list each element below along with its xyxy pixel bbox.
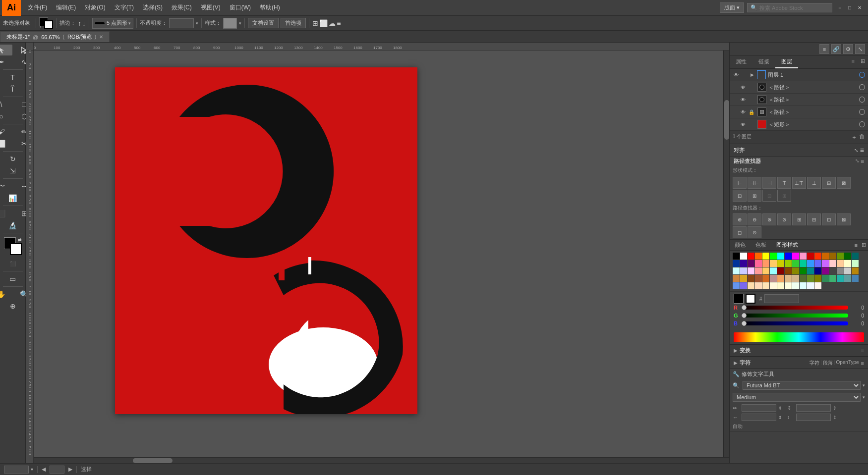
swatch-44[interactable] [807,267,814,274]
align-panel-header[interactable]: 对齐 ⤡ ≡ [730,144,868,157]
align-menu-icon[interactable]: ≡ [860,146,864,154]
search-input[interactable] [759,5,829,11]
font-dropdown-icon[interactable]: ▾ [863,383,865,388]
gradient-fill-icon[interactable]: ⬛ [2,258,24,269]
zoom-input[interactable]: 66.67% [4,466,29,474]
swatch-75[interactable] [785,282,792,289]
type-collapse-icon[interactable]: ▶ [734,360,738,366]
swatch-66[interactable] [844,275,851,282]
tab-graphic-styles[interactable]: 图形样式 [771,240,803,250]
swatch-43[interactable] [800,267,807,274]
swatch-62[interactable] [814,275,821,282]
swatch-30[interactable] [829,260,836,267]
swatch-13[interactable] [829,253,836,260]
paintbrush-tool[interactable]: 🖌 [0,126,12,137]
swatch-58[interactable] [785,275,792,282]
swatch-59[interactable] [792,275,799,282]
align-center-h-btn[interactable]: ⊣⊢ [748,177,761,189]
swatch-7[interactable] [785,253,792,260]
page-input[interactable]: 1 [50,466,64,474]
align-top-btn[interactable]: ⊤ [777,177,791,189]
swatch-28[interactable] [814,260,821,267]
swatch-19[interactable] [748,260,754,267]
close-button[interactable]: ✕ [855,3,864,12]
font-style-dropdown-icon[interactable]: ▾ [863,395,865,400]
arrange-icon[interactable]: ⊞ [312,19,318,27]
transform-menu-icon[interactable]: ≡ [861,348,864,354]
swatch-25[interactable] [792,260,799,267]
fill-stroke-indicator[interactable]: ↕ [39,17,53,29]
swatch-42[interactable] [792,267,799,274]
settings-icon[interactable]: ⚙ [843,44,853,54]
swatch-1[interactable] [740,253,747,260]
menu-view[interactable]: 视图(V) [197,1,225,14]
sublayer-2-circle[interactable] [859,97,865,103]
swatch-6[interactable] [777,253,784,260]
opacity-arrow-icon[interactable]: ▾ [196,21,198,26]
sublayer-path-2-row[interactable]: 👁 ＜路径＞ [730,94,868,106]
menu-help[interactable]: 帮助(H) [256,1,284,14]
type-scale-y-arrows[interactable]: ⇕ [833,415,837,420]
doc-settings-button[interactable]: 文档设置 [248,18,279,28]
swatch-65[interactable] [837,275,844,282]
swatch-67[interactable] [852,275,859,282]
swatch-79[interactable] [814,282,821,289]
menu-object[interactable]: 对象(O) [81,1,109,14]
tab-links[interactable]: 链接 [752,56,775,68]
swatch-47[interactable] [829,267,836,274]
layer-1-row[interactable]: 👁 ▶ 图层 1 [730,69,868,81]
swatch-39[interactable] [770,267,777,274]
sublayer-rect-row[interactable]: 👁 ＜矩形＞ [730,118,868,131]
hand-tool[interactable]: ✋ [0,289,12,300]
swatch-8[interactable] [792,253,799,260]
font-style-select[interactable]: Medium [733,393,861,402]
pf-divide-btn[interactable]: ⊞ [792,213,806,225]
swatch-29[interactable] [822,260,829,267]
tab-swatches[interactable]: 色板 [751,240,771,250]
swap-fill-stroke-icon[interactable]: ⇄ [18,237,22,242]
sublayer-1-eye[interactable]: 👁 [740,84,747,91]
swatch-3[interactable] [755,253,762,260]
align-center-v-btn[interactable]: ⊥⊤ [792,177,806,189]
type-y-input[interactable]: 764.6 [796,404,831,412]
swatch-48[interactable] [837,267,844,274]
link-icon[interactable]: 🔗 [831,44,841,54]
swatch-40[interactable] [777,267,784,274]
mask-icon[interactable]: ⬜ [319,19,328,27]
text-tool[interactable]: T [2,72,24,83]
swatch-5[interactable] [770,253,777,260]
stroke-dropdown-icon[interactable]: ▾ [128,21,131,26]
stroke-box[interactable] [10,243,22,255]
swatch-72[interactable] [762,282,769,289]
maximize-button[interactable]: □ [845,3,854,12]
swatch-33[interactable] [852,260,859,267]
swatch-77[interactable] [800,282,807,289]
swatch-31[interactable] [837,260,844,267]
swatch-56[interactable] [770,275,777,282]
ellipse-tool[interactable]: ○ [0,111,12,122]
sublayer-1-circle[interactable] [859,84,865,90]
b-slider[interactable] [742,321,848,325]
gradient-tool[interactable]: ⬛ [0,208,12,219]
pf-crop-btn[interactable]: ⊠ [837,213,851,225]
hex-value-input[interactable]: 000000 [764,294,799,303]
swatch-32[interactable] [844,260,851,267]
arrange-button[interactable]: 版面 ▾ [720,2,744,13]
eyedropper-tool[interactable]: 🔬 [2,220,24,231]
layers-menu-icon[interactable]: ≡ [849,56,858,68]
warp-tool[interactable]: 〜 [0,181,12,192]
zoom-dropdown-icon[interactable]: ▾ [31,467,33,472]
swatch-54[interactable] [755,275,762,282]
delete-layer-button[interactable]: 🗑 [859,133,865,142]
sublayer-path-3-row[interactable]: 👁 🔒 ＜路径＞ [730,106,868,118]
color-panel-menu[interactable]: ≡ [853,240,860,250]
layer-1-expand[interactable]: ▶ [751,72,754,77]
type-x-arrows[interactable]: ⇕ [778,406,782,411]
swatch-60[interactable] [800,275,807,282]
distribute-v-btn[interactable]: ⊠ [837,177,851,189]
pf-minus-front-btn[interactable]: ⊖ [748,213,761,225]
sublayer-4-circle[interactable] [859,121,865,127]
swatch-17[interactable] [733,260,740,267]
type-scale-x-arrows[interactable]: ⇕ [778,415,782,420]
swatch-16[interactable] [852,253,859,260]
